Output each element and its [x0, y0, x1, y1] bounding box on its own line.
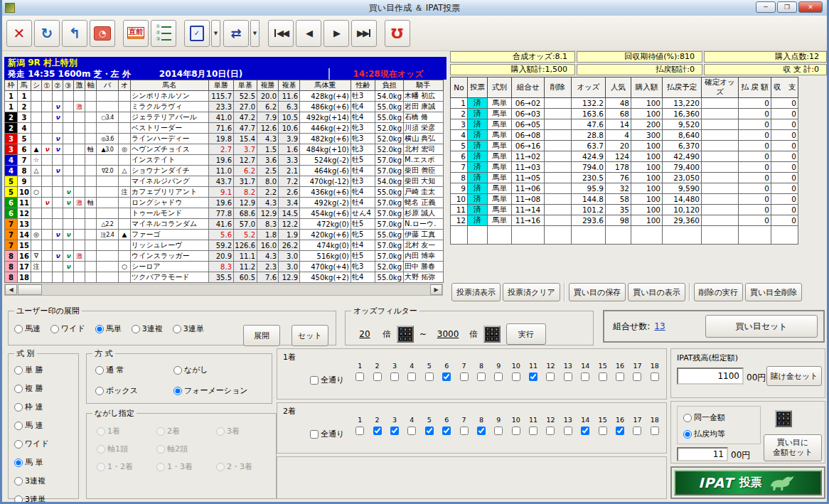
first-place-checkbox-17[interactable] [633, 372, 641, 381]
first-place-checkbox-14[interactable] [581, 372, 589, 381]
radio-shikibetsu-3[interactable]: 馬 連 [14, 420, 78, 431]
radio-shikibetsu-0[interactable]: 単 勝 [14, 365, 78, 375]
horse-row-7[interactable]: 47☆インステイト19.612.73.63.3524kg(-2)牡557.0kg… [5, 155, 444, 166]
bet-money-set-button[interactable]: 賭け金セット [766, 366, 822, 386]
bet-row-5[interactable]: 5済馬単06→1663.7201006,37000 [451, 141, 798, 151]
odds-report-button[interactable]: ◔ [90, 20, 115, 47]
scroll-left-arrow[interactable]: ◀ [5, 284, 17, 295]
bet-row-11[interactable]: 11済馬単11→14101.23510010,12000 [451, 205, 798, 215]
first-place-checkbox-10[interactable] [512, 372, 520, 381]
bet-row-8[interactable]: 8済馬単11→05230.57610023,05000 [451, 173, 798, 183]
second-place-checkbox-15[interactable] [599, 427, 607, 435]
expand-button[interactable]: 展開 [243, 325, 280, 346]
first-place-checkbox-6[interactable] [442, 372, 451, 381]
filter-execute-button[interactable]: 実行 [506, 323, 546, 345]
first-place-checkbox-3[interactable] [390, 372, 399, 381]
radio-houshiki-3[interactable]: フォーメーション [173, 385, 272, 396]
horse-row-16[interactable]: 816∇νν激ウインスラッガー20.911.14.33.0516kg(0)牡55… [5, 251, 444, 262]
ipat-vote-button[interactable]: IPAT 投票 [670, 466, 825, 499]
horse-row-13[interactable]: 713△2.2マイネルコランダム41.657.08.312.2472kg(0)牡… [5, 219, 444, 230]
radio-amountmode-1[interactable]: 払戻均等 [683, 429, 760, 439]
radio-input-houshiki-2[interactable] [95, 387, 104, 395]
second-place-checkbox-14[interactable] [581, 427, 589, 435]
bet-row-9[interactable]: 9済馬単11→0695.9321009,59000 [451, 183, 798, 194]
radio-houshiki-2[interactable]: ボックス [95, 385, 173, 396]
horse-row-18[interactable]: 818ツクバアラモード35.560.57.612.9450kg(+2)牝455.… [5, 272, 444, 283]
radio-input-shikibetsu-1[interactable] [14, 385, 23, 393]
radio-input-usermark-0[interactable] [14, 325, 23, 333]
minimize-button[interactable]: ─ [756, 1, 776, 13]
bet-row-12[interactable]: 12済馬単11→16293.69810029,36000 [451, 215, 798, 226]
second-place-checkbox-9[interactable] [494, 427, 503, 435]
second-place-checkbox-13[interactable] [564, 427, 572, 435]
radio-usermark-3[interactable]: 3連複 [132, 323, 163, 334]
close-race-button[interactable]: ✕ [6, 20, 32, 47]
radio-amountmode-0[interactable]: 同一金額 [683, 412, 760, 423]
radio-houshiki-0[interactable]: 通 常 [95, 365, 173, 375]
second-place-checkbox-17[interactable] [633, 427, 641, 435]
radio-input-shikibetsu-0[interactable] [14, 366, 23, 375]
clear-voted-button[interactable]: 投票済クリア [503, 283, 560, 301]
second-place-checkbox-3[interactable] [390, 427, 399, 435]
ipat-balance-input[interactable]: 1100 [677, 368, 744, 385]
horizontal-scrollbar[interactable]: ◀ ▶ [4, 284, 443, 296]
radio-shikibetsu-7[interactable]: 3連単 [14, 494, 78, 504]
radio-input-amountmode-0[interactable] [683, 414, 692, 422]
first-place-checkbox-15[interactable] [599, 372, 607, 381]
bet-row-7[interactable]: 7済馬単11→03794.017810079,40000 [451, 162, 798, 173]
sync-vote-button[interactable]: ⇄ [223, 20, 249, 47]
numpad-icon-max[interactable]: 789456123 [483, 326, 501, 343]
radio-input-houshiki-0[interactable] [95, 366, 104, 375]
vote-list-dropdown[interactable]: ▼ [211, 20, 220, 47]
second-place-checkbox-1[interactable] [355, 427, 364, 435]
radio-input-houshiki-1[interactable] [173, 366, 182, 375]
combination-count[interactable]: 13 [654, 321, 665, 331]
filter-max-input[interactable]: 3000 [432, 329, 464, 339]
bet-row-6[interactable]: 6済馬単11→02424.912410042,49000 [451, 151, 798, 162]
horse-row-14[interactable]: 714◎νν注2.4▲ファーゴ5.65.21.81.9420kg(+6)牝555… [5, 230, 444, 240]
second-all-input[interactable] [310, 430, 319, 439]
second-place-checkbox-2[interactable] [373, 427, 382, 435]
radio-input-shikibetsu-3[interactable] [14, 422, 23, 430]
first-all-input[interactable] [310, 376, 319, 385]
radio-input-shikibetsu-4[interactable] [14, 440, 23, 449]
first-race-button[interactable]: ◀◀ [268, 20, 294, 47]
numpad-icon-min[interactable]: 789456123 [397, 326, 414, 343]
radio-shikibetsu-2[interactable]: 枠 連 [14, 402, 78, 412]
horse-row-12[interactable]: 612トゥールモンド77.868.612.914.5454kg(+6)せん457… [5, 208, 444, 219]
second-place-checkbox-12[interactable] [546, 427, 555, 435]
bet-row-4[interactable]: 4済馬単06→0828.843008,64000 [451, 130, 798, 141]
horse-row-8[interactable]: 48△ν∇2.0△ショウナンダイチ11.06.22.52.1464kg(-6)牡… [5, 166, 444, 176]
mark-list-button[interactable]: ① ② ③ [151, 20, 176, 47]
radio-input-usermark-1[interactable] [50, 325, 59, 333]
second-place-checkbox-18[interactable] [651, 427, 659, 435]
first-place-checkbox-4[interactable] [407, 372, 416, 381]
numpad-icon-amount[interactable]: 789456123 [775, 410, 792, 427]
second-place-checkbox-11[interactable] [529, 427, 537, 435]
radio-input-usermark-3[interactable] [132, 325, 140, 333]
first-place-checkbox-12[interactable] [546, 372, 555, 381]
chokuzen-button[interactable]: 直前 [123, 20, 149, 47]
show-bets-button[interactable]: 買い目の表示 [628, 283, 685, 301]
bet-row-10[interactable]: 10済馬単11→08144.85810014,48000 [451, 194, 798, 205]
horse-row-5[interactable]: 35ν◎3.6ラインハーディー19.815.44.33.9482kg(+6)牝3… [5, 134, 444, 144]
radio-houshiki-1[interactable]: ながし [173, 365, 272, 375]
prev-race-button[interactable]: ◀ [296, 20, 321, 47]
bet-row-3[interactable]: 3済馬単06→0547.6142009,52000 [451, 119, 798, 130]
second-all-checkbox[interactable]: 全通り [310, 429, 344, 439]
first-place-checkbox-18[interactable] [651, 372, 659, 381]
radio-shikibetsu-1[interactable]: 複 勝 [14, 383, 78, 394]
horse-row-17[interactable]: 817注ν○シーロア8.311.22.33.0470kg(+4)牝352.0kg… [5, 262, 444, 272]
horse-row-1[interactable]: 11シンボリネルソン115.752.520.011.6428kg(+4)牡354… [5, 91, 444, 102]
filter-min-input[interactable]: 20 [353, 329, 377, 339]
back-button[interactable]: ↰ [62, 20, 87, 47]
radio-shikibetsu-5[interactable]: 馬 単 [14, 457, 78, 468]
radio-usermark-2[interactable]: 馬単 [95, 323, 122, 334]
second-place-checkbox-16[interactable] [616, 427, 624, 435]
second-place-checkbox-4[interactable] [407, 427, 416, 435]
radio-input-shikibetsu-6[interactable] [14, 477, 23, 486]
bet-row-1[interactable]: 1済馬単06→02132.24810013,22000 [451, 98, 798, 109]
save-bets-button[interactable]: 買い目の保存 [569, 283, 626, 301]
vote-list-button[interactable]: ✓ [184, 20, 210, 47]
radio-input-shikibetsu-5[interactable] [14, 459, 23, 467]
